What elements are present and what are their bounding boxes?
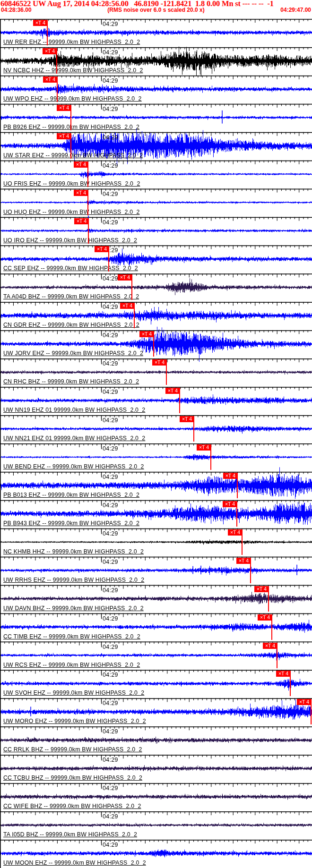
- minute-label: 04:29: [103, 785, 118, 791]
- pick-flag[interactable]: ×T 4: [152, 359, 167, 366]
- window-end-time: 04:29:47.00: [280, 7, 311, 13]
- station-label[interactable]: UW NN21 EHZ 01 99999.0km BW HIGHPASS 2.0…: [3, 435, 145, 442]
- trace-row[interactable]: 04:29CC RRLK BHZ -- 99999.0km BW HIGHPAS…: [0, 726, 312, 755]
- pick-flag[interactable]: ×T 4: [57, 133, 71, 139]
- station-label[interactable]: CN RHC BHZ -- 99999.0km BW HIGHPASS 2.0 …: [3, 378, 139, 385]
- station-label[interactable]: UW RER EHZ -- 99999.0km BW HIGHPASS 2.0 …: [3, 39, 140, 45]
- station-label[interactable]: UW RRHS EHZ -- 99999.0km BW HIGHPASS 2.0…: [3, 577, 144, 583]
- pick-flag[interactable]: ×T 4: [139, 331, 154, 337]
- station-label[interactable]: PB B926 EHZ -- 99999.0km BW HIGHPASS 2.0…: [3, 124, 139, 130]
- trace-row[interactable]: 04:29UW MOON EHZ -- 99999.0km BW HIGHPAS…: [0, 840, 312, 868]
- station-label[interactable]: UW MOON EHZ -- 99999.0km BW HIGHPASS 2.0…: [3, 859, 146, 866]
- trace-row[interactable]: 04:29×T 4UO IRO EHZ -- 99999.0km BW HIGH…: [0, 217, 312, 246]
- minute-label: 04:29: [103, 474, 118, 480]
- trace-row[interactable]: 04:29×T 4PB B943 EHZ -- 99999.0km BW HIG…: [0, 500, 312, 528]
- trace-row[interactable]: 04:29×T 4CC SEP EHZ -- 99999.0km BW HIGH…: [0, 245, 312, 273]
- pick-flag[interactable]: ×T 4: [33, 20, 48, 26]
- minute-label: 04:29: [103, 219, 118, 226]
- station-label[interactable]: UW JORV EHZ -- 99999.0km BW HIGHPASS 2.0…: [3, 350, 143, 357]
- pick-flag[interactable]: ×T 4: [74, 162, 88, 168]
- minute-label: 04:29: [103, 134, 118, 141]
- pick-flag[interactable]: ×T 4: [228, 529, 243, 536]
- station-label[interactable]: UW SVOH EHZ -- 99999.0km BW HIGHPASS 2.0…: [3, 689, 144, 696]
- minute-label: 04:29: [103, 813, 118, 820]
- station-label[interactable]: UW BEND EHZ -- 99999.0km BW HIGHPASS 2.0…: [3, 463, 144, 470]
- trace-row[interactable]: 04:29×T 4UW RCS EHZ -- 99999.0km BW HIGH…: [0, 642, 312, 670]
- pick-flag[interactable]: ×T 4: [118, 274, 132, 281]
- minute-label: 04:29: [103, 162, 118, 169]
- pick-flag[interactable]: ×T 4: [43, 48, 57, 54]
- station-label[interactable]: UW DAVN BHZ -- 99999.0km BW HIGHPASS 2.0…: [3, 605, 144, 612]
- station-label[interactable]: UO IRO EHZ -- 99999.0km BW HIGHPASS 2.0 …: [3, 237, 137, 244]
- trace-row[interactable]: 04:29CC WIFE BHZ -- 99999.0km BW HIGHPAS…: [0, 783, 312, 811]
- trace-row[interactable]: 04:29×T 4UW NN21 EHZ 01 99999.0km BW HIG…: [0, 415, 312, 443]
- trace-row[interactable]: 04:29×T 4NC KHMB HHZ -- 99999.0km BW HIG…: [0, 528, 312, 557]
- station-label[interactable]: CC RRLK BHZ -- 99999.0km BW HIGHPASS 2.0…: [3, 746, 142, 753]
- station-label[interactable]: UW NN19 EHZ 01 99999.0km BW HIGHPASS 2.0…: [3, 407, 145, 413]
- trace-row[interactable]: 04:29×T 4CN RHC BHZ -- 99999.0km BW HIGH…: [0, 358, 312, 387]
- pick-flag[interactable]: ×T 4: [57, 105, 71, 111]
- trace-row[interactable]: 04:29×T 4NV NCBC HHZ -- 99999.0km BW HIG…: [0, 47, 312, 76]
- station-label[interactable]: CC SEP EHZ -- 99999.0km BW HIGHPASS 2.0 …: [3, 265, 138, 272]
- pick-flag[interactable]: ×T 4: [276, 671, 291, 677]
- trace-row[interactable]: 04:29×T 4UW JORV EHZ -- 99999.0km BW HIG…: [0, 330, 312, 358]
- pick-flag[interactable]: ×T 4: [263, 643, 277, 649]
- minute-label: 04:29: [103, 106, 118, 112]
- trace-row[interactable]: 04:29×T 4UW STAR EHZ -- 99999.0km BW HIG…: [0, 132, 312, 161]
- trace-row[interactable]: 04:29×T 4UW WPO EHZ -- 99999.0km BW HIGH…: [0, 76, 312, 104]
- trace-row[interactable]: 04:29×T 4UW SVOH EHZ -- 99999.0km BW HIG…: [0, 670, 312, 698]
- pick-flag[interactable]: ×T 4: [223, 501, 237, 507]
- pick-flag[interactable]: ×T 4: [254, 586, 269, 592]
- station-label[interactable]: PB B013 EHZ -- 99999.0km BW HIGHPASS 2.0…: [3, 492, 139, 498]
- trace-row[interactable]: 04:29CC TCBU BHZ -- 99999.0km BW HIGHPAS…: [0, 755, 312, 783]
- station-label[interactable]: CC WIFE BHZ -- 99999.0km BW HIGHPASS 2.0…: [3, 803, 141, 809]
- station-label[interactable]: CC TIMB EHZ -- 99999.0km BW HIGHPASS 2.0…: [3, 633, 140, 640]
- station-label[interactable]: TA A04D BHZ -- 99999.0km BW HIGHPASS 2.0…: [3, 293, 139, 300]
- pick-flag[interactable]: ×T 4: [74, 218, 89, 224]
- trace-row[interactable]: 04:29×T 4UW BEND EHZ -- 99999.0km BW HIG…: [0, 443, 312, 472]
- trace-row[interactable]: 04:29×T 4UW MORO EHZ -- 99999.0km BW HIG…: [0, 698, 312, 726]
- trace-row[interactable]: 04:29×T 4UO FRIS EHZ -- 99999.0km BW HIG…: [0, 161, 312, 189]
- minute-label: 04:29: [103, 77, 118, 84]
- station-label[interactable]: CN GDR EHZ -- 99999.0km BW HIGHPASS 2.0 …: [3, 322, 139, 328]
- pick-flag[interactable]: ×T 4: [74, 190, 88, 196]
- trace-row[interactable]: 04:29×T 4UW DAVN BHZ -- 99999.0km BW HIG…: [0, 585, 312, 613]
- station-label[interactable]: UW MORO EHZ -- 99999.0km BW HIGHPASS 2.0…: [3, 718, 146, 724]
- trace-row[interactable]: 04:29×T 4UO HUQ EHZ -- 99999.0km BW HIGH…: [0, 189, 312, 217]
- trace-row[interactable]: 04:29×T 4CC TIMB EHZ -- 99999.0km BW HIG…: [0, 613, 312, 642]
- trace-row[interactable]: 04:29TA I05D BHZ -- 99999.0km BW HIGHPAS…: [0, 811, 312, 840]
- minute-label: 04:29: [103, 644, 118, 650]
- minute-label: 04:29: [103, 275, 118, 282]
- pick-flag[interactable]: ×T 4: [297, 699, 312, 705]
- pick-flag[interactable]: ×T 4: [236, 558, 251, 564]
- trace-row[interactable]: 04:29×T 4UW NN19 EHZ 01 99999.0km BW HIG…: [0, 387, 312, 415]
- station-label[interactable]: NV NCBC HHZ -- 99999.0km BW HIGHPASS 2.0…: [3, 67, 143, 74]
- minute-label: 04:29: [103, 700, 118, 706]
- minute-label: 04:29: [103, 615, 118, 622]
- pick-flag[interactable]: ×T 4: [223, 473, 238, 479]
- station-label[interactable]: NC KHMB HHZ -- 99999.0km BW HIGHPASS 2.0…: [3, 548, 144, 555]
- pick-flag[interactable]: ×T 4: [120, 303, 135, 309]
- trace-row[interactable]: 04:29×T 4PB B013 EHZ -- 99999.0km BW HIG…: [0, 472, 312, 500]
- station-label[interactable]: UO FRIS EHZ -- 99999.0km BW HIGHPASS 2.0…: [3, 180, 140, 187]
- pick-flag[interactable]: ×T 4: [95, 246, 109, 252]
- trace-row[interactable]: 04:29×T 4UW RER EHZ -- 99999.0km BW HIGH…: [0, 19, 312, 47]
- pick-flag[interactable]: ×T 4: [165, 388, 180, 394]
- station-label[interactable]: TA I05D BHZ -- 99999.0km BW HIGHPASS 2.0…: [3, 831, 137, 838]
- station-label[interactable]: CC TCBU BHZ -- 99999.0km BW HIGHPASS 2.0…: [3, 774, 142, 781]
- pick-flag[interactable]: ×T 4: [258, 614, 272, 621]
- minute-label: 04:29: [103, 445, 118, 452]
- station-label[interactable]: UW RCS EHZ -- 99999.0km BW HIGHPASS 2.0 …: [3, 662, 140, 668]
- station-label[interactable]: UO HUQ EHZ -- 99999.0km BW HIGHPASS 2.0 …: [3, 209, 140, 215]
- pick-flag[interactable]: ×T 4: [180, 416, 194, 422]
- station-label[interactable]: UW WPO EHZ -- 99999.0km BW HIGHPASS 2.0 …: [3, 95, 142, 102]
- station-label[interactable]: PB B943 EHZ -- 99999.0km BW HIGHPASS 2.0…: [3, 520, 139, 527]
- pick-flag[interactable]: ×T 4: [43, 77, 58, 83]
- scale-note: (RMS noise over 6.0 s scaled 20.0 x): [0, 7, 312, 13]
- trace-row[interactable]: 04:29×T 4TA A04D BHZ -- 99999.0km BW HIG…: [0, 273, 312, 302]
- trace-row[interactable]: 04:29×T 4CN GDR EHZ -- 99999.0km BW HIGH…: [0, 302, 312, 330]
- trace-row[interactable]: 04:29×T 4PB B926 EHZ -- 99999.0km BW HIG…: [0, 104, 312, 132]
- station-label[interactable]: UW STAR EHZ -- 99999.0km BW HIGHPASS 2.0…: [3, 152, 143, 159]
- pick-flag[interactable]: ×T 4: [197, 444, 211, 451]
- trace-row[interactable]: 04:29×T 4UW RRHS EHZ -- 99999.0km BW HIG…: [0, 557, 312, 585]
